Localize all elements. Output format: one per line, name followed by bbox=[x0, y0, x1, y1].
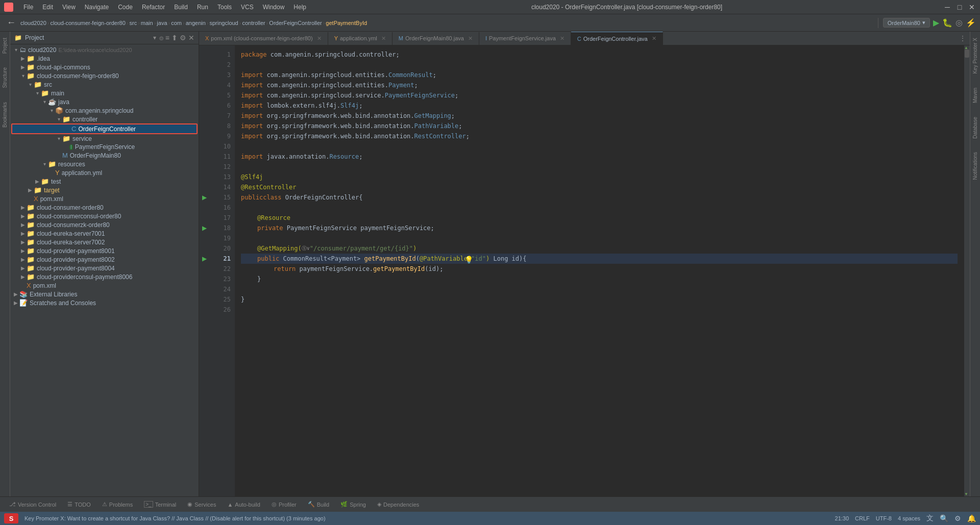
breadcrumb-java[interactable]: java bbox=[157, 20, 167, 26]
tab-close-controller[interactable]: ✕ bbox=[652, 35, 656, 42]
breadcrumb-src[interactable]: src bbox=[129, 20, 137, 26]
menu-edit[interactable]: Edit bbox=[38, 3, 57, 12]
tree-order-feign-controller[interactable]: C OrderFeignController bbox=[11, 123, 198, 134]
notifications-toggle[interactable]: Notifications bbox=[971, 146, 979, 187]
tree-package[interactable]: ▾ 📦 com.angenin.springcloud bbox=[10, 106, 199, 115]
structure-toggle[interactable]: Structure bbox=[1, 61, 9, 96]
breadcrumb-class[interactable]: OrderFeignController bbox=[269, 20, 322, 26]
tree-payment8004[interactable]: ▶ 📁 cloud-provider-payment8004 bbox=[10, 264, 199, 272]
run-gutter-15[interactable]: ▶ bbox=[202, 194, 207, 201]
run-gutter-21[interactable]: ▶ bbox=[202, 255, 207, 262]
tree-service-folder[interactable]: ▾ 📁 service bbox=[10, 134, 199, 143]
key-promoter-toggle[interactable]: Key Promoter X bbox=[971, 32, 979, 82]
tab-todo[interactable]: ☰ TODO bbox=[62, 499, 96, 510]
tab-dependencies[interactable]: ◈ Dependencies bbox=[372, 499, 424, 510]
tree-application-yml[interactable]: Y application.yml bbox=[10, 168, 199, 177]
tree-root[interactable]: ▾ 🗂 cloud2020 E:\idea-workspace\cloud202… bbox=[10, 45, 199, 54]
tree-src[interactable]: ▾ 📁 src bbox=[10, 80, 199, 89]
tree-java[interactable]: ▾ ☕ java bbox=[10, 97, 199, 106]
indent-info[interactable]: 4 spaces bbox=[898, 515, 920, 521]
search-icon[interactable]: 🔍 bbox=[940, 514, 948, 522]
menu-window[interactable]: Window bbox=[259, 3, 289, 12]
menu-view[interactable]: View bbox=[58, 3, 80, 12]
tree-ext-libs[interactable]: ▶ 📚 External Libraries bbox=[10, 290, 199, 298]
database-toggle[interactable]: Database bbox=[971, 111, 979, 146]
run-gutter-18[interactable]: ▶ bbox=[202, 224, 207, 232]
menu-refactor[interactable]: Refactor bbox=[138, 3, 169, 12]
tab-order-main80[interactable]: M OrderFeignMain80.java ✕ bbox=[393, 32, 479, 45]
tree-scratches[interactable]: ▶ 📝 Scratches and Consoles bbox=[10, 298, 199, 307]
tree-payment8001[interactable]: ▶ 📁 cloud-provider-payment8001 bbox=[10, 246, 199, 255]
breadcrumb-springcloud[interactable]: springcloud bbox=[209, 20, 238, 26]
menu-code[interactable]: Code bbox=[114, 3, 137, 12]
code-editor[interactable]: ▶ ▶ ▶ 12345 678910 1112131415 bbox=[199, 45, 970, 496]
maximize-button[interactable]: □ bbox=[955, 3, 964, 11]
coverage-button[interactable]: ◎ bbox=[955, 18, 963, 28]
settings-status-icon[interactable]: ⚙ bbox=[954, 514, 961, 522]
minimize-button[interactable]: ─ bbox=[943, 3, 951, 11]
tree-providerconsul[interactable]: ▶ 📁 cloud-providerconsul-payment8006 bbox=[10, 272, 199, 281]
tree-resources[interactable]: ▾ 📁 resources bbox=[10, 160, 199, 168]
run-config-selector[interactable]: OrderMain80 ▾ bbox=[883, 18, 930, 28]
project-dropdown-icon[interactable]: ▾ bbox=[153, 34, 156, 41]
code-content[interactable]: package com.angenin.springcloud.controll… bbox=[235, 45, 964, 496]
tab-build[interactable]: 🔨 Build bbox=[303, 499, 334, 510]
breadcrumb-controller[interactable]: controller bbox=[242, 20, 265, 26]
tree-consumerconsul-order80[interactable]: ▶ 📁 cloud-consumerconsul-order80 bbox=[10, 212, 199, 220]
breadcrumb-module[interactable]: cloud-consumer-feign-order80 bbox=[50, 20, 125, 26]
tree-controller-folder[interactable]: ▾ 📁 controller bbox=[10, 115, 199, 123]
tab-pom-xml[interactable]: X pom.xml (cloud-consumer-feign-order80)… bbox=[199, 32, 328, 45]
tree-eureka-7002[interactable]: ▶ 📁 cloud-eureka-server7002 bbox=[10, 238, 199, 246]
tab-services[interactable]: ◉ Services bbox=[182, 499, 221, 510]
bulb-icon[interactable]: 💡 bbox=[464, 255, 473, 265]
close-button[interactable]: ✕ bbox=[968, 3, 976, 11]
line-ending[interactable]: CRLF bbox=[855, 515, 870, 521]
tab-order-feign-controller[interactable]: C OrderFeignController.java ✕ bbox=[571, 32, 663, 45]
collapse-icon[interactable]: ⬆ bbox=[172, 34, 178, 42]
tree-feign-order80[interactable]: ▾ 📁 cloud-consumer-feign-order80 bbox=[10, 71, 199, 80]
bookmarks-toggle[interactable]: Bookmarks bbox=[1, 96, 9, 135]
menu-build[interactable]: Build bbox=[170, 3, 192, 12]
breadcrumb-method[interactable]: getPaymentById bbox=[326, 20, 367, 26]
tree-order-main80[interactable]: M OrderFeignMain80 bbox=[10, 151, 199, 160]
tab-payment-feign-service[interactable]: I PaymentFeignService.java ✕ bbox=[479, 32, 571, 45]
run-button[interactable]: ▶ bbox=[933, 18, 939, 28]
tab-application-yml[interactable]: Y application.yml ✕ bbox=[328, 32, 393, 45]
menu-run[interactable]: Run bbox=[193, 3, 212, 12]
tree-payment-feign-service[interactable]: I PaymentFeignService bbox=[10, 143, 199, 151]
profile-button[interactable]: ⚡ bbox=[966, 18, 976, 28]
back-button[interactable]: ← bbox=[4, 16, 18, 29]
tree-consumerzk-order80[interactable]: ▶ 📁 cloud-consumerzk-order80 bbox=[10, 220, 199, 229]
tree-root-pom[interactable]: X pom.xml bbox=[10, 281, 199, 290]
tree-test[interactable]: ▶ 📁 test bbox=[10, 177, 199, 186]
project-panel-toggle[interactable]: Project bbox=[1, 32, 9, 61]
breadcrumb-cloud2020[interactable]: cloud2020 bbox=[20, 20, 46, 26]
tab-version-control[interactable]: ⎇ Version Control bbox=[4, 499, 61, 510]
breadcrumb-angenin[interactable]: angenin bbox=[186, 20, 206, 26]
breadcrumb-com[interactable]: com bbox=[171, 20, 182, 26]
menu-navigate[interactable]: Navigate bbox=[81, 3, 113, 12]
tree-api-commons[interactable]: ▶ 📁 cloud-api-commons bbox=[10, 63, 199, 71]
tab-spring[interactable]: 🌿 Spring bbox=[335, 499, 371, 510]
cursor-position[interactable]: 21:30 bbox=[835, 515, 849, 521]
tab-auto-build[interactable]: ▲ Auto-build bbox=[222, 499, 265, 510]
menu-file[interactable]: File bbox=[19, 3, 37, 12]
menu-vcs[interactable]: VCS bbox=[237, 3, 258, 12]
tree-target[interactable]: ▶ 📁 target bbox=[10, 186, 199, 194]
locate-icon[interactable]: ⌾ bbox=[159, 34, 163, 42]
tab-terminal[interactable]: >_ Terminal bbox=[139, 499, 181, 510]
tab-close-yml[interactable]: ✕ bbox=[381, 35, 386, 42]
close-panel-icon[interactable]: ✕ bbox=[188, 34, 194, 42]
encoding[interactable]: UTF-8 bbox=[876, 515, 892, 521]
breadcrumb-main[interactable]: main bbox=[141, 20, 153, 26]
tree-eureka-7001[interactable]: ▶ 📁 cloud-eureka-server7001 bbox=[10, 229, 199, 238]
translate-icon[interactable]: 文 bbox=[926, 514, 934, 523]
tab-close-pom[interactable]: ✕ bbox=[317, 35, 322, 42]
editor-scrollbar[interactable]: ▲ ▼ bbox=[964, 45, 970, 496]
tab-close-feign[interactable]: ✕ bbox=[560, 35, 565, 42]
expand-icon[interactable]: ≡ bbox=[165, 34, 169, 42]
bell-icon[interactable]: 🔔 bbox=[967, 514, 976, 522]
tab-profiler[interactable]: ◎ Profiler bbox=[266, 499, 302, 510]
recent-files-icon[interactable]: ⋮ bbox=[960, 35, 966, 42]
tree-pom-xml[interactable]: X pom.xml bbox=[10, 194, 199, 203]
